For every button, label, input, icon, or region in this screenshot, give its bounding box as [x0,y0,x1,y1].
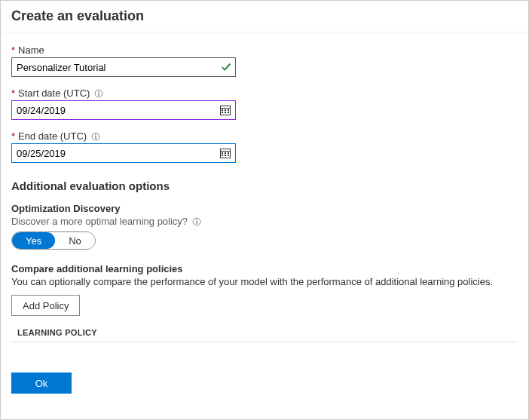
optimization-discovery-heading: Optimization Discovery [11,203,518,214]
add-policy-button[interactable]: Add Policy [11,295,80,316]
name-input[interactable] [11,57,236,77]
create-evaluation-panel: Create an evaluation * Name * Start date… [0,0,529,420]
svg-rect-5 [222,109,223,111]
calendar-icon[interactable] [219,147,231,159]
field-start-date: * Start date (UTC) [11,87,518,120]
svg-rect-17 [225,152,226,154]
name-label: Name [18,44,44,56]
optimization-toggle[interactable]: Yes No [11,231,96,250]
panel-header: Create an evaluation [1,1,528,32]
info-icon[interactable] [91,132,100,141]
field-name: * Name [11,44,518,77]
compare-policies-heading: Compare additional learning policies [11,263,518,274]
svg-point-1 [99,91,100,93]
required-marker: * [11,44,15,56]
svg-rect-6 [225,109,226,111]
end-date-input-wrap [11,143,236,163]
svg-rect-9 [225,112,226,113]
svg-rect-20 [225,155,226,156]
learning-policy-column-header: LEARNING POLICY [17,328,518,337]
page-title: Create an evaluation [11,8,518,24]
end-date-input[interactable] [11,143,236,163]
calendar-icon[interactable] [219,104,231,116]
required-marker: * [11,87,15,99]
svg-rect-19 [222,155,223,156]
svg-rect-16 [222,152,223,154]
optimization-desc-text: Discover a more optimal learning policy? [11,216,188,227]
optimization-discovery-desc: Discover a more optimal learning policy? [11,216,518,227]
checkmark-icon [221,62,231,72]
name-input-wrap [11,57,236,77]
end-date-label-row: * End date (UTC) [11,130,518,142]
additional-options-heading: Additional evaluation options [11,179,518,192]
svg-point-12 [95,134,96,136]
start-date-label-row: * Start date (UTC) [11,87,518,99]
field-end-date: * End date (UTC) [11,130,518,163]
end-date-label: End date (UTC) [18,130,87,142]
svg-point-23 [196,219,197,221]
svg-rect-21 [228,155,229,156]
svg-rect-8 [222,112,223,113]
svg-rect-24 [197,221,197,224]
start-date-input-wrap [11,100,236,120]
info-icon[interactable] [192,217,201,226]
divider [11,342,518,342]
required-marker: * [11,130,15,142]
info-icon[interactable] [94,89,103,98]
svg-rect-10 [228,112,229,113]
ok-button[interactable]: Ok [11,372,72,394]
svg-rect-7 [228,109,229,111]
toggle-no[interactable]: No [55,232,95,249]
compare-policies-desc: You can optionally compare the performan… [11,276,518,287]
svg-rect-18 [228,152,229,154]
panel-body: * Name * Start date (UTC) [1,32,528,401]
toggle-yes[interactable]: Yes [12,232,55,249]
svg-rect-2 [99,93,99,96]
name-label-row: * Name [11,44,518,56]
start-date-label: Start date (UTC) [18,87,90,99]
start-date-input[interactable] [11,100,236,120]
svg-rect-13 [96,136,96,139]
